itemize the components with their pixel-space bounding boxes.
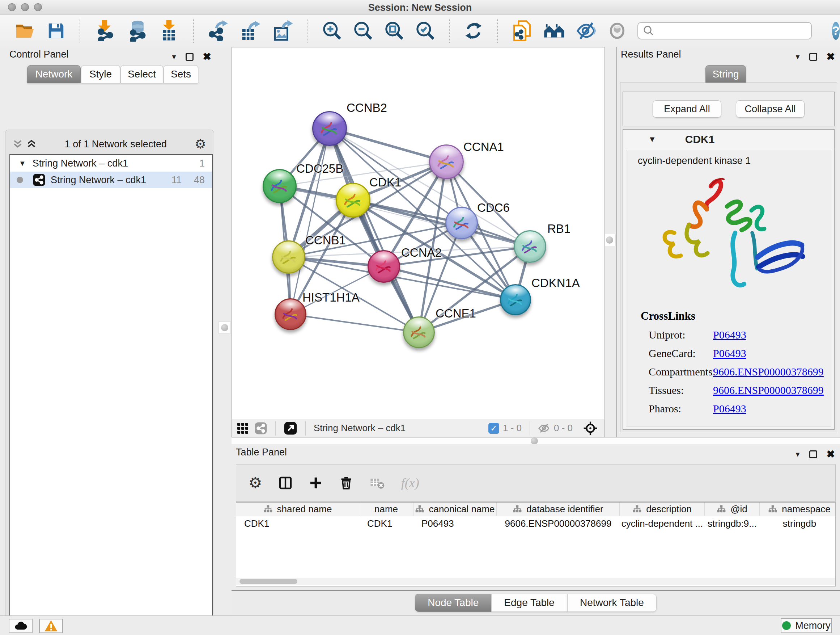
node-CCNA2[interactable]: [368, 250, 400, 283]
first-neighbors-button[interactable]: [543, 19, 565, 42]
show-all-button[interactable]: [608, 19, 627, 42]
network-row[interactable]: String Network – cdk1 11 48: [10, 172, 212, 188]
export-image-button[interactable]: [272, 19, 294, 42]
tree-options-gear-icon[interactable]: ⚙: [195, 138, 206, 150]
node-CCNB1[interactable]: [272, 241, 305, 274]
import-table-button[interactable]: [158, 19, 180, 42]
column-header-namespace[interactable]: namespace: [760, 502, 836, 516]
memory-button[interactable]: Memory: [781, 618, 832, 633]
table-cell[interactable]: P06493: [414, 516, 497, 531]
tab-select[interactable]: Select: [120, 65, 163, 83]
collapse-all-button[interactable]: Collapse All: [736, 100, 805, 118]
table-options-gear-icon[interactable]: ⚙: [248, 475, 262, 491]
close-panel-icon[interactable]: ✖: [827, 448, 835, 460]
refresh-network-button[interactable]: [464, 19, 483, 42]
edge-HIST1H1A-CCNE1[interactable]: [291, 314, 419, 333]
column-header--id[interactable]: @id: [705, 502, 760, 516]
export-table-button[interactable]: [240, 19, 261, 42]
collection-expand-icon[interactable]: ▼: [19, 159, 26, 168]
column-header-canonical-name[interactable]: canonical name: [414, 502, 497, 516]
table-cell[interactable]: CDK1: [359, 516, 414, 531]
tab-network[interactable]: Network: [27, 65, 81, 83]
warnings-button[interactable]: [39, 619, 63, 633]
tab-string[interactable]: String: [706, 65, 746, 83]
node-CDKN1A[interactable]: [500, 284, 531, 315]
import-network-database-button[interactable]: [126, 19, 148, 42]
node-CDK1[interactable]: [336, 183, 370, 218]
column-header-database-identifier[interactable]: database identifier: [497, 502, 620, 516]
network-collection-row[interactable]: ▼ String Network – cdk1 1: [10, 155, 212, 172]
right-splitter-handle[interactable]: [603, 234, 616, 246]
float-panel-icon[interactable]: [809, 53, 817, 61]
tab-edge-table[interactable]: Edge Table: [491, 594, 567, 612]
table-cell[interactable]: 9606.ENSP00000378699: [497, 516, 620, 531]
column-header-description[interactable]: description: [620, 502, 705, 516]
tab-sets[interactable]: Sets: [164, 65, 198, 83]
crosslink-link[interactable]: P06493: [713, 347, 746, 359]
add-column-icon[interactable]: [309, 476, 323, 490]
node-CDC6[interactable]: [445, 207, 478, 239]
tab-node-table[interactable]: Node Table: [415, 594, 491, 612]
save-session-button[interactable]: [46, 19, 66, 42]
expand-all-button[interactable]: Expand All: [653, 100, 722, 118]
zoom-out-button[interactable]: [353, 19, 373, 42]
delete-table-icon[interactable]: [369, 475, 385, 491]
crosslink-link[interactable]: 9606.ENSP00000378699: [713, 384, 824, 396]
table-horizontal-scrollbar[interactable]: [236, 578, 835, 585]
delete-column-trash-icon[interactable]: [339, 476, 354, 490]
cloud-status-button[interactable]: [9, 619, 33, 633]
column-header-shared-name[interactable]: shared name: [236, 502, 359, 516]
search-input[interactable]: [655, 25, 807, 36]
float-panel-icon[interactable]: [186, 53, 194, 61]
birdseye-crosshair-icon[interactable]: [583, 421, 598, 436]
table-cell[interactable]: CDK1: [236, 516, 359, 531]
hide-selected-button[interactable]: [576, 19, 597, 42]
node-CCNA1[interactable]: [429, 144, 464, 179]
table-cell[interactable]: stringdb: [760, 516, 836, 531]
table-cell[interactable]: stringdb:9...: [705, 516, 760, 531]
zoom-fit-button[interactable]: [384, 19, 404, 42]
cdk1-section-header[interactable]: ▼ CDK1: [623, 130, 834, 149]
edge-CCNB2-HIST1H1A[interactable]: [291, 128, 330, 314]
panel-menu-icon[interactable]: ▾: [796, 52, 799, 62]
network-canvas[interactable]: CCNB2CCNA1CDC25BCDK1CDC6RB1CCNB1CCNA2CDK…: [232, 48, 605, 419]
export-network-button[interactable]: [208, 19, 229, 42]
show-columns-icon[interactable]: [278, 476, 293, 490]
node-CDC25B[interactable]: [263, 169, 297, 203]
help-button[interactable]: ?: [832, 22, 840, 40]
float-panel-icon[interactable]: [809, 450, 817, 458]
clone-network-button[interactable]: [512, 19, 532, 42]
crosslink-link[interactable]: P06493: [713, 402, 746, 415]
collapse-all-icon[interactable]: [12, 139, 23, 149]
tab-style[interactable]: Style: [81, 65, 120, 83]
node-HIST1H1A[interactable]: [275, 298, 306, 330]
open-session-button[interactable]: [14, 19, 35, 42]
table-row[interactable]: CDK1CDK1P064939606.ENSP00000378699cyclin…: [236, 516, 835, 531]
node-CCNB2[interactable]: [312, 111, 347, 146]
grid-view-icon[interactable]: [236, 422, 249, 435]
crosslink-link[interactable]: 9606.ENSP00000378699: [713, 366, 824, 378]
tab-network-table[interactable]: Network Table: [567, 594, 657, 612]
network-badge-icon[interactable]: [254, 422, 267, 435]
node-CCNE1[interactable]: [403, 317, 435, 348]
horizontal-splitter[interactable]: [232, 437, 840, 444]
selected-checkbox-icon[interactable]: ✓: [488, 423, 499, 434]
panel-menu-icon[interactable]: ▾: [796, 450, 799, 459]
detach-view-icon[interactable]: [284, 421, 297, 435]
function-builder-button[interactable]: f(x): [401, 475, 419, 491]
section-collapse-icon[interactable]: ▼: [648, 135, 656, 144]
scrollbar-thumb[interactable]: [240, 579, 297, 584]
table-cell[interactable]: cyclin-dependent ...: [620, 516, 705, 531]
left-splitter[interactable]: [218, 47, 232, 616]
zoom-selected-button[interactable]: [415, 19, 436, 42]
close-panel-icon[interactable]: ✖: [827, 51, 835, 63]
expand-all-icon[interactable]: [26, 139, 37, 149]
close-panel-icon[interactable]: ✖: [203, 51, 211, 63]
import-network-file-button[interactable]: [94, 19, 115, 42]
crosslink-link[interactable]: P06493: [713, 329, 746, 341]
panel-menu-icon[interactable]: ▾: [172, 52, 176, 62]
node-RB1[interactable]: [514, 230, 546, 263]
column-header-name[interactable]: name: [359, 502, 414, 516]
left-splitter-handle[interactable]: [218, 321, 231, 334]
zoom-in-button[interactable]: [322, 19, 342, 42]
